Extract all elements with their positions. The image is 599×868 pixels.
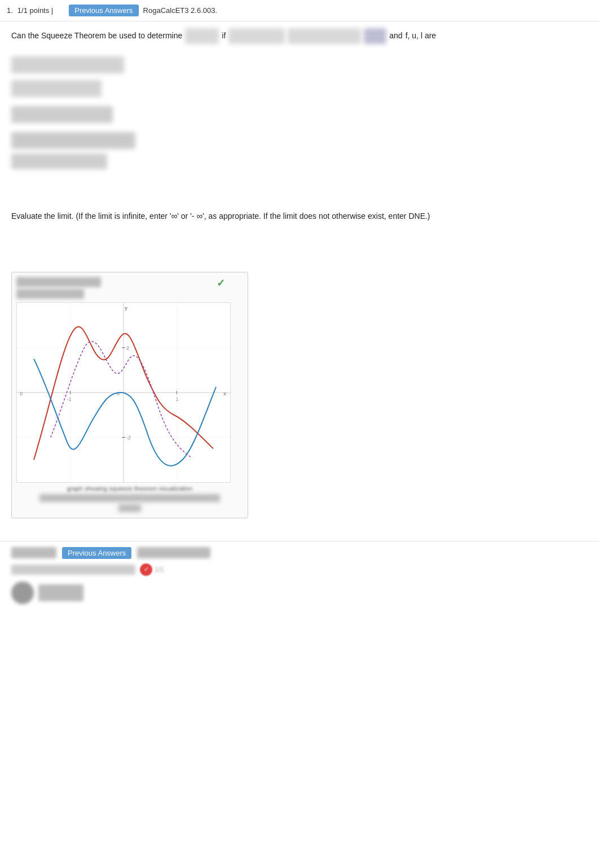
math-row-3 xyxy=(11,106,113,123)
points-label: 1/1 points | xyxy=(17,6,53,15)
graph-caption: graph showing squeeze theorem visualizat… xyxy=(16,485,243,512)
svg-text:0: 0 xyxy=(117,391,120,396)
middle-curve xyxy=(51,341,191,457)
spacing-area xyxy=(0,232,599,266)
graph-title-1 xyxy=(16,277,101,287)
math-row-4 xyxy=(11,132,135,149)
graph-caption-blurred xyxy=(39,494,220,502)
graph-title-bar xyxy=(16,277,243,299)
math-row-2 xyxy=(11,80,102,97)
svg-text:y: y xyxy=(125,305,127,311)
math-formula-2 xyxy=(228,28,285,44)
top-bar: 1. 1/1 points | Previous Answers RogaCal… xyxy=(0,0,599,21)
evaluate-text: Evaluate the limit. (If the limit is inf… xyxy=(11,209,588,223)
bottom-row2: ✓ 1/1 xyxy=(11,563,588,576)
avatar-name-blurred xyxy=(38,584,83,601)
bottom-row3 xyxy=(11,581,588,604)
math-formula-highlighted xyxy=(364,28,386,44)
math-formula-1 xyxy=(185,28,219,44)
svg-text:1: 1 xyxy=(175,396,178,402)
lower-curve xyxy=(34,359,216,466)
svg-text:2: 2 xyxy=(126,345,129,351)
bottom-source-blurred xyxy=(137,547,210,558)
check-icon: ✓ xyxy=(217,277,225,289)
infinity-2: ∞ xyxy=(196,211,202,221)
math-row-1 xyxy=(11,56,124,73)
and-text: and xyxy=(389,29,402,43)
graph-svg: y x 0 -1 1 2 -2 0 xyxy=(17,303,230,482)
question-number: 1. xyxy=(7,6,13,15)
evaluate-end: ', as appropriate. If the limit does not… xyxy=(202,212,430,221)
bottom-text-blurred xyxy=(11,565,135,575)
infinity-1: ∞ xyxy=(171,211,178,221)
question-intro-text: Can the Squeeze Theorem be used to deter… xyxy=(11,29,182,43)
svg-text:x: x xyxy=(223,390,226,396)
icon-label: 1/1 xyxy=(155,566,164,574)
math-formula-3 xyxy=(288,28,361,44)
graph-container: ✓ y x 0 xyxy=(11,272,248,518)
evaluate-mid: ' or '- xyxy=(177,212,194,221)
svg-text:0: 0 xyxy=(20,391,23,396)
graph-caption-blurred2 xyxy=(118,504,141,512)
bottom-previous-answers-button[interactable]: Previous Answers xyxy=(62,547,131,559)
graph-title-2 xyxy=(16,289,84,299)
bottom-row1: Previous Answers xyxy=(11,547,588,559)
bottom-icons: ✓ 1/1 xyxy=(140,563,164,576)
svg-text:-2: -2 xyxy=(126,435,131,440)
math-row-5 xyxy=(11,153,107,169)
graph-canvas: y x 0 -1 1 2 -2 0 xyxy=(16,302,231,483)
avatar xyxy=(11,581,34,604)
math-content-area xyxy=(0,44,599,202)
bottom-score-blurred xyxy=(11,547,56,558)
bottom-bar: Previous Answers ✓ 1/1 xyxy=(0,541,599,610)
source-text: RogaCalcET3 2.6.003. xyxy=(143,6,218,15)
svg-text:-1: -1 xyxy=(67,396,72,402)
question-header: Can the Squeeze Theorem be used to deter… xyxy=(0,21,599,44)
previous-answers-button[interactable]: Previous Answers xyxy=(69,5,138,16)
variables-text: f, u, l are xyxy=(406,29,436,43)
evaluate-section: Evaluate the limit. (If the limit is inf… xyxy=(0,202,599,232)
graph-section: ✓ y x 0 xyxy=(0,266,599,530)
status-icon-1: ✓ xyxy=(140,563,152,576)
evaluate-intro: Evaluate the limit. (If the limit is inf… xyxy=(11,212,171,221)
if-text: if xyxy=(222,29,226,43)
